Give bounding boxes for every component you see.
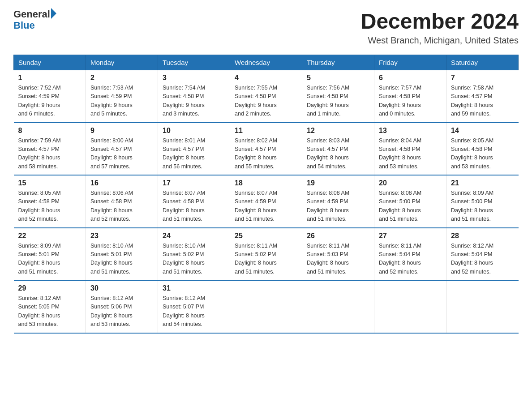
- day-info: Sunrise: 7:58 AMSunset: 4:57 PMDaylight:…: [451, 84, 514, 119]
- day-info: Sunrise: 7:59 AMSunset: 4:57 PMDaylight:…: [18, 137, 82, 171]
- day-info: Sunrise: 7:56 AMSunset: 4:58 PMDaylight:…: [307, 84, 369, 119]
- day-info: Sunrise: 8:00 AMSunset: 4:57 PMDaylight:…: [90, 137, 153, 171]
- day-info: Sunrise: 8:08 AMSunset: 5:00 PMDaylight:…: [379, 189, 442, 224]
- day-info: Sunrise: 7:57 AMSunset: 4:58 PMDaylight:…: [379, 84, 442, 119]
- day-info: Sunrise: 7:54 AMSunset: 4:58 PMDaylight:…: [163, 84, 225, 119]
- table-row: 9Sunrise: 8:00 AMSunset: 4:57 PMDaylight…: [86, 123, 158, 176]
- day-number: 1: [18, 74, 82, 82]
- day-number: 23: [90, 232, 153, 240]
- logo-arrow-icon: [51, 8, 56, 19]
- day-info: Sunrise: 8:10 AMSunset: 5:01 PMDaylight:…: [90, 242, 153, 277]
- day-info: Sunrise: 8:11 AMSunset: 5:02 PMDaylight:…: [235, 242, 297, 277]
- table-row: [374, 280, 446, 333]
- table-row: 14Sunrise: 8:05 AMSunset: 4:58 PMDayligh…: [446, 123, 519, 176]
- calendar-week-row: 1Sunrise: 7:52 AMSunset: 4:59 PMDaylight…: [14, 70, 519, 123]
- table-row: 15Sunrise: 8:05 AMSunset: 4:58 PMDayligh…: [14, 175, 86, 228]
- header-monday: Monday: [86, 55, 158, 70]
- day-info: Sunrise: 8:11 AMSunset: 5:03 PMDaylight:…: [307, 242, 369, 277]
- day-info: Sunrise: 8:01 AMSunset: 4:57 PMDaylight:…: [163, 137, 225, 171]
- day-number: 30: [90, 284, 153, 292]
- table-row: 19Sunrise: 8:08 AMSunset: 4:59 PMDayligh…: [302, 175, 374, 228]
- day-number: 24: [163, 232, 225, 240]
- day-number: 17: [163, 179, 225, 187]
- table-row: 28Sunrise: 8:12 AMSunset: 5:04 PMDayligh…: [446, 228, 519, 281]
- header-thursday: Thursday: [302, 55, 374, 70]
- table-row: 17Sunrise: 8:07 AMSunset: 4:58 PMDayligh…: [158, 175, 230, 228]
- table-row: 26Sunrise: 8:11 AMSunset: 5:03 PMDayligh…: [302, 228, 374, 281]
- table-row: 31Sunrise: 8:12 AMSunset: 5:07 PMDayligh…: [158, 280, 230, 333]
- header-sunday: Sunday: [14, 55, 86, 70]
- day-info: Sunrise: 8:02 AMSunset: 4:57 PMDaylight:…: [235, 137, 297, 171]
- table-row: 1Sunrise: 7:52 AMSunset: 4:59 PMDaylight…: [14, 70, 86, 123]
- day-number: 25: [235, 232, 297, 240]
- table-row: 30Sunrise: 8:12 AMSunset: 5:06 PMDayligh…: [86, 280, 158, 333]
- calendar-week-row: 15Sunrise: 8:05 AMSunset: 4:58 PMDayligh…: [14, 175, 519, 228]
- day-number: 15: [18, 179, 82, 187]
- day-number: 3: [163, 74, 225, 82]
- day-number: 22: [18, 232, 82, 240]
- table-row: 25Sunrise: 8:11 AMSunset: 5:02 PMDayligh…: [230, 228, 302, 281]
- day-number: 19: [307, 179, 369, 187]
- day-info: Sunrise: 8:09 AMSunset: 5:00 PMDaylight:…: [451, 189, 514, 224]
- table-row: 7Sunrise: 7:58 AMSunset: 4:57 PMDaylight…: [446, 70, 519, 123]
- calendar-header-row: Sunday Monday Tuesday Wednesday Thursday…: [14, 55, 519, 70]
- day-info: Sunrise: 8:12 AMSunset: 5:06 PMDaylight:…: [90, 294, 153, 329]
- day-info: Sunrise: 8:08 AMSunset: 4:59 PMDaylight:…: [307, 189, 369, 224]
- day-number: 6: [379, 74, 442, 82]
- calendar-week-row: 8Sunrise: 7:59 AMSunset: 4:57 PMDaylight…: [14, 123, 519, 176]
- day-info: Sunrise: 8:12 AMSunset: 5:07 PMDaylight:…: [163, 294, 225, 329]
- day-number: 7: [451, 74, 514, 82]
- table-row: [446, 280, 519, 333]
- table-row: 16Sunrise: 8:06 AMSunset: 4:58 PMDayligh…: [86, 175, 158, 228]
- header-friday: Friday: [374, 55, 446, 70]
- day-info: Sunrise: 8:05 AMSunset: 4:58 PMDaylight:…: [451, 137, 514, 171]
- logo-blue: Blue: [13, 20, 56, 31]
- day-number: 11: [235, 127, 297, 135]
- table-row: 21Sunrise: 8:09 AMSunset: 5:00 PMDayligh…: [446, 175, 519, 228]
- day-info: Sunrise: 7:55 AMSunset: 4:58 PMDaylight:…: [235, 84, 297, 119]
- table-row: 10Sunrise: 8:01 AMSunset: 4:57 PMDayligh…: [158, 123, 230, 176]
- day-info: Sunrise: 8:12 AMSunset: 5:05 PMDaylight:…: [18, 294, 82, 329]
- day-number: 14: [451, 127, 514, 135]
- day-info: Sunrise: 8:10 AMSunset: 5:02 PMDaylight:…: [163, 242, 225, 277]
- day-info: Sunrise: 8:06 AMSunset: 4:58 PMDaylight:…: [90, 189, 153, 224]
- table-row: 6Sunrise: 7:57 AMSunset: 4:58 PMDaylight…: [374, 70, 446, 123]
- table-row: 2Sunrise: 7:53 AMSunset: 4:59 PMDaylight…: [86, 70, 158, 123]
- page-header: General Blue December 2024 West Branch, …: [13, 9, 519, 46]
- day-number: 9: [90, 127, 153, 135]
- day-info: Sunrise: 8:07 AMSunset: 4:59 PMDaylight:…: [235, 189, 297, 224]
- calendar-week-row: 29Sunrise: 8:12 AMSunset: 5:05 PMDayligh…: [14, 280, 519, 333]
- day-info: Sunrise: 8:05 AMSunset: 4:58 PMDaylight:…: [18, 189, 82, 224]
- day-info: Sunrise: 8:12 AMSunset: 5:04 PMDaylight:…: [451, 242, 514, 277]
- day-number: 12: [307, 127, 369, 135]
- day-number: 29: [18, 284, 82, 292]
- day-number: 28: [451, 232, 514, 240]
- table-row: [230, 280, 302, 333]
- day-number: 31: [163, 284, 225, 292]
- table-row: 22Sunrise: 8:09 AMSunset: 5:01 PMDayligh…: [14, 228, 86, 281]
- table-row: 13Sunrise: 8:04 AMSunset: 4:58 PMDayligh…: [374, 123, 446, 176]
- day-number: 26: [307, 232, 369, 240]
- day-number: 13: [379, 127, 442, 135]
- table-row: 5Sunrise: 7:56 AMSunset: 4:58 PMDaylight…: [302, 70, 374, 123]
- header-wednesday: Wednesday: [230, 55, 302, 70]
- day-info: Sunrise: 8:11 AMSunset: 5:04 PMDaylight:…: [379, 242, 442, 277]
- table-row: [302, 280, 374, 333]
- table-row: 8Sunrise: 7:59 AMSunset: 4:57 PMDaylight…: [14, 123, 86, 176]
- day-number: 20: [379, 179, 442, 187]
- header-saturday: Saturday: [446, 55, 519, 70]
- day-number: 5: [307, 74, 369, 82]
- day-info: Sunrise: 8:09 AMSunset: 5:01 PMDaylight:…: [18, 242, 82, 277]
- table-row: 24Sunrise: 8:10 AMSunset: 5:02 PMDayligh…: [158, 228, 230, 281]
- day-info: Sunrise: 7:52 AMSunset: 4:59 PMDaylight:…: [18, 84, 82, 119]
- day-number: 8: [18, 127, 82, 135]
- table-row: 3Sunrise: 7:54 AMSunset: 4:58 PMDaylight…: [158, 70, 230, 123]
- logo-general: General: [13, 9, 50, 20]
- table-row: 12Sunrise: 8:03 AMSunset: 4:57 PMDayligh…: [302, 123, 374, 176]
- table-row: 4Sunrise: 7:55 AMSunset: 4:58 PMDaylight…: [230, 70, 302, 123]
- location-title: West Branch, Michigan, United States: [361, 35, 519, 46]
- calendar-table: Sunday Monday Tuesday Wednesday Thursday…: [13, 55, 519, 334]
- table-row: 27Sunrise: 8:11 AMSunset: 5:04 PMDayligh…: [374, 228, 446, 281]
- day-info: Sunrise: 8:04 AMSunset: 4:58 PMDaylight:…: [379, 137, 442, 171]
- title-section: December 2024 West Branch, Michigan, Uni…: [361, 9, 519, 46]
